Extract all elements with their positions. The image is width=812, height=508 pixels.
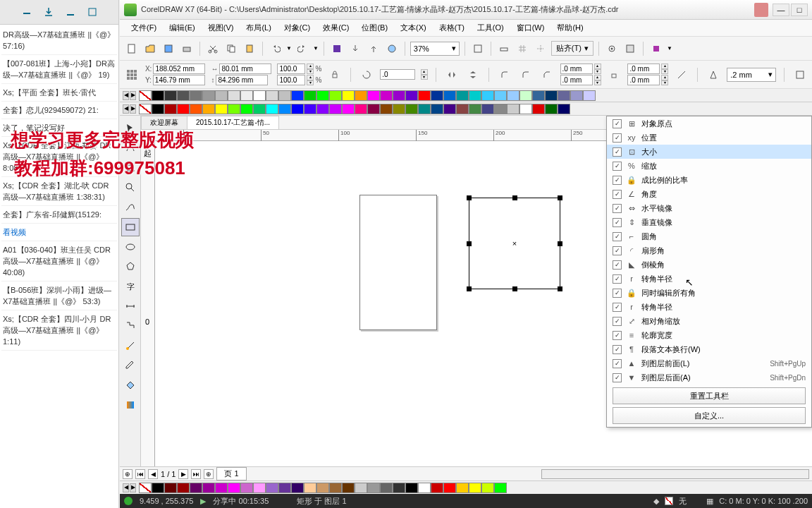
color-swatch[interactable]: [316, 104, 329, 114]
color-swatch[interactable]: [215, 104, 228, 114]
lock-corners-button[interactable]: [607, 67, 622, 83]
color-swatch[interactable]: [304, 90, 316, 101]
menu-object[interactable]: 对象(C): [278, 20, 316, 35]
fullscreen-button[interactable]: [470, 41, 486, 56]
no-color-swatch[interactable]: [139, 90, 152, 101]
save-button[interactable]: [161, 41, 176, 56]
grid-button[interactable]: [515, 41, 530, 56]
new-button[interactable]: [124, 41, 140, 56]
page-first-button[interactable]: ⏮: [135, 469, 145, 479]
color-swatch[interactable]: [469, 483, 481, 493]
shape-tool[interactable]: [121, 139, 140, 157]
menu-tools[interactable]: 工具(O): [472, 20, 510, 35]
color-swatch[interactable]: [367, 90, 380, 101]
connector-tool[interactable]: [121, 317, 140, 335]
color-swatch[interactable]: [507, 104, 519, 114]
context-menu-item[interactable]: ✓¶段落文本换行(W): [607, 342, 811, 356]
chat-msg[interactable]: Xs;【CDR 全套】江西-郑婆 DR高级—X7基础直播班 ||《@》 8:08…: [1, 137, 117, 177]
color-swatch[interactable]: [240, 483, 253, 493]
import-button[interactable]: [347, 41, 363, 56]
color-swatch[interactable]: [481, 483, 494, 493]
context-menu-item[interactable]: ✓⌐圆角: [607, 229, 811, 243]
color-swatch[interactable]: [342, 90, 355, 101]
page-add-button[interactable]: ⊕: [123, 469, 133, 479]
color-swatch[interactable]: [418, 104, 431, 114]
guidelines-button[interactable]: [533, 41, 548, 56]
chat-msg[interactable]: Xs;【CDR 全套】湖北-吠 CDR高级—X7基础直播班 1:38:31): [1, 177, 117, 206]
color-swatch[interactable]: [266, 104, 278, 114]
window-max-icon[interactable]: [87, 6, 98, 18]
color-swatch[interactable]: [215, 483, 228, 493]
scaley-input[interactable]: 100.0: [277, 75, 305, 85]
y-input[interactable]: 146.79 mm: [153, 75, 205, 85]
color-swatch[interactable]: [545, 104, 558, 114]
chat-msg[interactable]: DR高级—X7基础直播班 ||《@》 57:16): [1, 26, 117, 55]
color-swatch[interactable]: [431, 90, 443, 101]
menu-view[interactable]: 视图(V): [202, 20, 240, 35]
color-swatch[interactable]: [152, 483, 164, 493]
redo-button[interactable]: [295, 41, 310, 56]
context-menu-item[interactable]: ✓🔒成比例的比率: [607, 173, 811, 187]
color-swatch[interactable]: [278, 104, 291, 114]
color-swatch[interactable]: [494, 104, 507, 114]
color-swatch[interactable]: [443, 104, 456, 114]
color-swatch[interactable]: [355, 483, 367, 493]
color-swatch[interactable]: [380, 104, 393, 114]
context-menu-item[interactable]: ✓xy位置: [607, 131, 811, 145]
context-menu-item[interactable]: ✓▼到图层后面(A)Shift+PgDn: [607, 370, 811, 385]
menu-layout[interactable]: 布局(L): [240, 20, 276, 35]
welcome-tab[interactable]: 欢迎屏幕: [141, 116, 187, 129]
color-swatch[interactable]: [190, 483, 202, 493]
color-swatch[interactable]: [164, 104, 177, 114]
pick-tool[interactable]: [121, 119, 140, 138]
color-swatch[interactable]: [456, 104, 469, 114]
color-swatch[interactable]: [291, 90, 304, 101]
context-menu-item[interactable]: ✓⇕垂直镜像: [607, 215, 811, 229]
color-swatch[interactable]: [532, 104, 545, 114]
color-swatch[interactable]: [583, 90, 596, 101]
color-swatch[interactable]: [228, 104, 240, 114]
chat-msg[interactable]: 全套】恋儿(929459072) 21:: [1, 102, 117, 119]
page-prev-button[interactable]: ◀: [148, 469, 158, 479]
context-menu-item[interactable]: ✓⇔水平镜像: [607, 201, 811, 215]
chat-msg[interactable]: 【007-081班】上海-小宛】DR高级—X7基础直播班 ||《@》 19): [1, 55, 117, 84]
corner-round-button[interactable]: [497, 67, 512, 83]
chat-msg[interactable]: 全套】广东省-邱健辉(15129:: [1, 206, 117, 224]
context-menu-item[interactable]: ✓r转角半径: [607, 272, 811, 286]
interactive-fill-tool[interactable]: [121, 396, 140, 414]
context-menu-item[interactable]: ✓⤢相对角缩放: [607, 314, 811, 328]
page-add-end-button[interactable]: ⊕: [204, 469, 214, 479]
color-swatch[interactable]: [367, 483, 380, 493]
color-swatch[interactable]: [443, 483, 456, 493]
rectangle-tool[interactable]: [121, 218, 140, 236]
color-swatch[interactable]: [177, 90, 190, 101]
text-tool[interactable]: 字: [121, 277, 140, 296]
context-menu-item[interactable]: ✓∠角度: [607, 187, 811, 201]
corner-scallop-button[interactable]: [518, 67, 534, 83]
color-swatch[interactable]: [481, 90, 494, 101]
color-swatch[interactable]: [393, 90, 405, 101]
palette-nav[interactable]: ◀▶: [120, 104, 139, 114]
color-swatch[interactable]: [558, 104, 570, 114]
undo-button[interactable]: [268, 41, 283, 56]
download-icon[interactable]: [43, 6, 54, 18]
color-swatch[interactable]: [519, 90, 532, 101]
color-swatch[interactable]: [304, 104, 316, 114]
selected-rectangle[interactable]: ×: [469, 198, 560, 289]
color-swatch[interactable]: [367, 104, 380, 114]
color-swatch[interactable]: [405, 104, 418, 114]
color-swatch[interactable]: [431, 104, 443, 114]
color-swatch[interactable]: [253, 90, 266, 101]
corner3-input[interactable]: .0 mm: [627, 64, 660, 74]
color-swatch[interactable]: [164, 483, 177, 493]
color-swatch[interactable]: [519, 104, 532, 114]
eyedropper-tool[interactable]: [121, 356, 140, 375]
color-swatch[interactable]: [215, 90, 228, 101]
mirror-v-button[interactable]: [465, 67, 481, 83]
rulers-button[interactable]: [496, 41, 512, 56]
color-swatch[interactable]: [291, 483, 304, 493]
color-swatch[interactable]: [494, 90, 507, 101]
color-swatch[interactable]: [152, 90, 164, 101]
no-color-swatch[interactable]: [139, 104, 152, 114]
freehand-tool[interactable]: [121, 198, 140, 217]
